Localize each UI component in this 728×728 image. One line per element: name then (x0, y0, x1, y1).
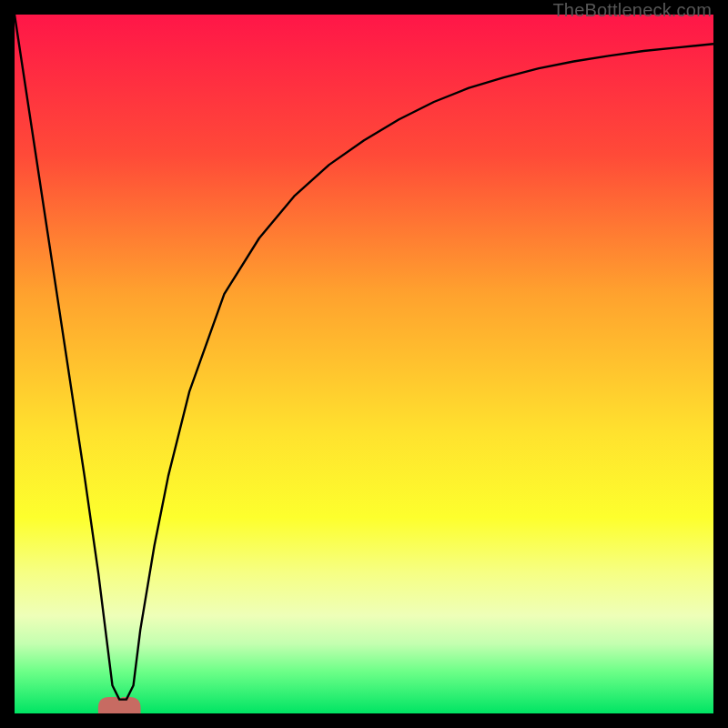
watermark-text: TheBottleneck.com (552, 0, 712, 21)
gradient-background (15, 15, 713, 713)
plot-area (15, 15, 713, 713)
chart-svg (15, 15, 713, 713)
chart-container: TheBottleneck.com (0, 0, 728, 728)
